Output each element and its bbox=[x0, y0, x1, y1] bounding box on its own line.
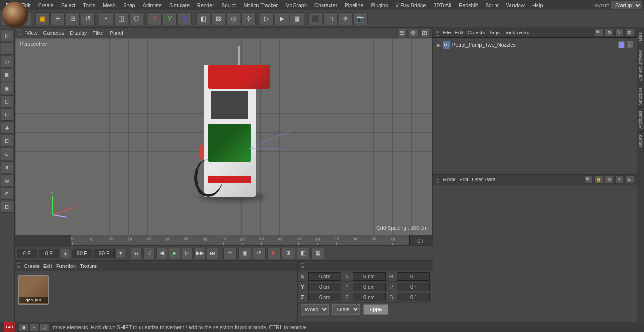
tab-content-browser[interactable]: Content Browser bbox=[637, 47, 644, 84]
points-mode-button[interactable]: • bbox=[99, 12, 113, 25]
menu-3dtoall[interactable]: 3DToAll bbox=[429, 1, 455, 9]
coord-y-size-input[interactable] bbox=[353, 283, 386, 291]
sidebar-btn-6[interactable]: ⊡ bbox=[1, 108, 13, 121]
edges-mode-button[interactable]: ◫ bbox=[114, 12, 128, 25]
menu-mesh[interactable]: Mesh bbox=[99, 1, 119, 9]
rotate-playback[interactable]: ↺ bbox=[253, 248, 266, 259]
menu-motion-tracker[interactable]: Motion Tracker bbox=[239, 1, 281, 9]
menu-render[interactable]: Render bbox=[193, 1, 218, 9]
objects-search-button[interactable]: 🔍 bbox=[594, 28, 603, 37]
scale-dropdown[interactable]: Scale bbox=[332, 304, 360, 315]
menu-select[interactable]: Select bbox=[58, 1, 80, 9]
mat-grip[interactable] bbox=[17, 263, 20, 269]
texture-button[interactable]: ⊠ bbox=[211, 12, 225, 25]
menu-animate[interactable]: Animate bbox=[139, 1, 165, 9]
menu-help[interactable]: Help bbox=[528, 1, 547, 9]
brush-button[interactable]: ◎ bbox=[226, 12, 240, 25]
coord-p-input[interactable] bbox=[397, 283, 430, 291]
sidebar-btn-7[interactable]: ◈ bbox=[1, 121, 13, 134]
coord-y-pos-input[interactable] bbox=[308, 283, 341, 291]
model-mode-button[interactable]: ▣ bbox=[35, 12, 50, 25]
viewport-menu-view[interactable]: View bbox=[26, 30, 38, 36]
viewport-grip[interactable] bbox=[18, 30, 21, 36]
mat-menu-texture[interactable]: Texture bbox=[80, 263, 97, 269]
coord-b-input[interactable] bbox=[397, 293, 430, 301]
attr-close-button[interactable]: ✕ bbox=[615, 175, 624, 184]
mat-menu-edit[interactable]: Edit bbox=[43, 263, 52, 269]
viewport-menu-panel[interactable]: Panel bbox=[110, 30, 123, 36]
render-preview-button[interactable]: ▷ bbox=[260, 12, 274, 25]
sidebar-btn-4[interactable]: ▣ bbox=[1, 82, 13, 94]
sidebar-btn-12[interactable]: ⊛ bbox=[1, 187, 13, 200]
sidebar-btn-10[interactable]: ≡ bbox=[1, 161, 13, 173]
grid-button[interactable]: ⊹ bbox=[241, 12, 256, 25]
viewport-icon-2[interactable]: ⊡ bbox=[420, 29, 429, 37]
menu-character[interactable]: Character bbox=[311, 1, 341, 9]
object-visibility-toggle[interactable]: • bbox=[627, 41, 633, 48]
menu-tools[interactable]: Tools bbox=[79, 1, 99, 9]
move-tool-button[interactable]: ✛ bbox=[50, 12, 65, 25]
render-to-viewer-button[interactable]: ▦ bbox=[290, 12, 304, 25]
start-frame-input[interactable] bbox=[17, 249, 37, 258]
viewport-canvas[interactable]: Perspective bbox=[15, 38, 432, 235]
coord-grip[interactable] bbox=[301, 263, 304, 269]
menu-window[interactable]: Window bbox=[503, 1, 528, 9]
sky-button[interactable]: ◻ bbox=[323, 12, 338, 25]
end-frame-input-1[interactable] bbox=[72, 249, 92, 258]
viewport-icon-0[interactable]: ⊟ bbox=[397, 29, 407, 37]
goto-start-button[interactable]: ⏮ bbox=[131, 248, 142, 259]
sidebar-btn-8[interactable]: ⊟ bbox=[1, 135, 13, 147]
mat-menu-function[interactable]: Function bbox=[56, 263, 76, 269]
polys-mode-button[interactable]: ⬡ bbox=[129, 12, 143, 25]
anim-curves-button[interactable]: ▦ bbox=[311, 248, 324, 259]
sidebar-btn-2[interactable]: ⬡ bbox=[1, 56, 13, 68]
coord-h-input[interactable] bbox=[397, 272, 430, 281]
prev-frame-button[interactable]: ◁ bbox=[143, 248, 155, 259]
menu-simulate[interactable]: Simulate bbox=[165, 1, 193, 9]
menu-mograph[interactable]: MoGraph bbox=[281, 1, 311, 9]
camera-button[interactable]: 📷 bbox=[354, 12, 368, 25]
rotate-tool-button[interactable]: ↺ bbox=[81, 12, 95, 25]
status-min-btn[interactable]: − bbox=[29, 323, 39, 332]
obj-menu-bookmarks[interactable]: Bookmarks bbox=[504, 30, 529, 35]
play-reverse-button[interactable]: ◀ bbox=[156, 248, 167, 259]
frame-spin-up[interactable]: ▲ bbox=[61, 249, 70, 258]
layout-dropdown[interactable]: Startup bbox=[611, 1, 642, 9]
menu-vray[interactable]: V-Ray Bridge bbox=[392, 1, 430, 9]
menu-snap[interactable]: Snap bbox=[119, 1, 139, 9]
attr-grip[interactable] bbox=[436, 176, 439, 183]
attr-menu-userdata[interactable]: User Data bbox=[472, 177, 495, 182]
sidebar-btn-3[interactable]: ⊠ bbox=[1, 69, 13, 81]
viewport-icon-1[interactable]: ⊕ bbox=[409, 29, 418, 37]
object-button[interactable]: ◧ bbox=[196, 12, 210, 25]
status-mode-btn[interactable]: ◼ bbox=[19, 323, 28, 332]
coord-z-pos-input[interactable] bbox=[308, 293, 341, 301]
apply-button[interactable]: Apply bbox=[363, 304, 389, 315]
render-button[interactable]: ▶ bbox=[275, 12, 289, 25]
obj-menu-objects[interactable]: Objects bbox=[468, 30, 485, 35]
menu-redshift[interactable]: Redshift bbox=[455, 1, 481, 9]
sidebar-btn-0[interactable]: ▷ bbox=[1, 29, 13, 41]
status-max-btn[interactable]: □ bbox=[40, 323, 49, 332]
coord-z-size-input[interactable] bbox=[353, 293, 386, 301]
sidebar-btn-1[interactable]: ⊹ bbox=[1, 42, 13, 55]
attr-lock-button[interactable]: 🔒 bbox=[594, 175, 603, 184]
end-frame-input-2[interactable] bbox=[94, 249, 115, 258]
objects-expand-button[interactable]: ⊡ bbox=[626, 28, 634, 37]
obj-menu-file[interactable]: File bbox=[443, 30, 451, 35]
attr-search-button[interactable]: 🔍 bbox=[584, 175, 593, 184]
viewport-menu-display[interactable]: Display bbox=[70, 30, 87, 36]
play-forward-button[interactable]: ▶▶ bbox=[194, 248, 206, 259]
tab-layers[interactable]: Layers bbox=[637, 131, 644, 150]
record-button[interactable]: P bbox=[267, 248, 281, 259]
scale-playback[interactable]: ⊞ bbox=[282, 248, 295, 259]
tab-attributes[interactable]: Attributes bbox=[637, 107, 644, 131]
menu-pipeline[interactable]: Pipeline bbox=[341, 1, 367, 9]
play-button[interactable]: ▶ bbox=[169, 248, 180, 259]
next-frame-button[interactable]: ▷ bbox=[182, 248, 193, 259]
menu-create[interactable]: Create bbox=[34, 1, 58, 9]
attr-menu-edit[interactable]: Edit bbox=[459, 177, 468, 182]
timeline-ruler[interactable]: 051015202530354045505560657075808590 bbox=[71, 235, 409, 245]
sidebar-btn-9[interactable]: ⊕ bbox=[1, 148, 13, 160]
tab-structure[interactable]: Structure bbox=[637, 84, 644, 108]
